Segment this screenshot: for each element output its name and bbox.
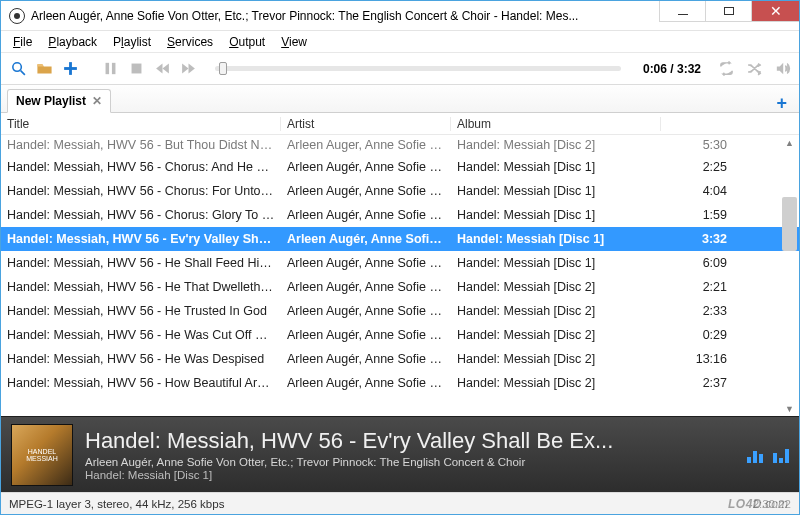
svg-marker-10: [188, 64, 194, 74]
open-folder-icon[interactable]: [35, 60, 53, 78]
menu-view[interactable]: View: [273, 33, 315, 51]
track-artist: Arleen Augér, Anne Sofie Von...: [281, 304, 451, 318]
window-maximize-button[interactable]: [705, 1, 751, 22]
track-artist: Arleen Augér, Anne Sofie Von...: [281, 184, 451, 198]
track-time: 4:04: [661, 184, 733, 198]
previous-track-icon[interactable]: [153, 60, 171, 78]
track-title: Handel: Messiah, HWV 56 - He Was Despise…: [1, 352, 281, 366]
track-time: 13:16: [661, 352, 733, 366]
svg-rect-5: [111, 63, 115, 74]
volume-icon[interactable]: [773, 60, 791, 78]
add-icon[interactable]: [61, 60, 79, 78]
track-album: Handel: Messiah [Disc 2]: [451, 328, 661, 342]
menu-view-label: View: [281, 35, 307, 49]
playback-time: 0:06 / 3:32: [643, 62, 701, 76]
app-icon: [9, 8, 25, 24]
scroll-down-icon[interactable]: ▼: [782, 401, 797, 416]
menu-services[interactable]: Services: [159, 33, 221, 51]
table-row[interactable]: Handel: Messiah, HWV 56 - Chorus: Glory …: [1, 203, 799, 227]
repeat-icon[interactable]: [717, 60, 735, 78]
menu-playback[interactable]: Playback: [40, 33, 105, 51]
track-title: Handel: Messiah, HWV 56 - He That Dwelle…: [1, 280, 281, 294]
track-title: Handel: Messiah, HWV 56 - He Trusted In …: [1, 304, 281, 318]
track-time: 3:32: [661, 232, 733, 246]
table-row[interactable]: Handel: Messiah, HWV 56 - He Shall Feed …: [1, 251, 799, 275]
playlist-tab[interactable]: New Playlist ✕: [7, 89, 111, 113]
column-album[interactable]: Album: [451, 117, 661, 131]
track-artist: Arleen Auger, Anne Sofie Von...: [281, 138, 451, 152]
table-row[interactable]: Handel: Messiah, HWV 56 - Chorus: And He…: [1, 155, 799, 179]
codec-info: MPEG-1 layer 3, stereo, 44 kHz, 256 kbps: [9, 498, 224, 510]
track-list[interactable]: Handel: Messiah, HWV 56 - But Thou Didst…: [1, 135, 799, 416]
track-album: Handel: Messiah [Disc 1]: [451, 256, 661, 270]
next-track-icon[interactable]: [179, 60, 197, 78]
track-artist: Arleen Augér, Anne Sofie Von...: [281, 160, 451, 174]
column-artist[interactable]: Artist: [281, 117, 451, 131]
menu-output-label: Output: [229, 35, 265, 49]
menu-services-label: Services: [167, 35, 213, 49]
watermark: LO4D.com: [728, 497, 788, 511]
table-row[interactable]: Handel: Messiah, HWV 56 - Ev'ry Valley S…: [1, 227, 799, 251]
status-bar: MPEG-1 layer 3, stereo, 44 kHz, 256 kbps…: [1, 492, 799, 514]
svg-marker-9: [182, 64, 188, 74]
track-album: Handel: Messiah [Disc 2]: [451, 376, 661, 390]
equalizer-icon[interactable]: [773, 447, 789, 463]
track-time: 6:09: [661, 256, 733, 270]
table-row[interactable]: Handel: Messiah, HWV 56 - He Trusted In …: [1, 299, 799, 323]
menu-file[interactable]: File: [5, 33, 40, 51]
svg-marker-8: [162, 64, 168, 74]
track-album: Handel: Messiah [Disc 2]: [451, 352, 661, 366]
svg-rect-3: [64, 67, 77, 70]
track-title: Handel: Messiah, HWV 56 - He Shall Feed …: [1, 256, 281, 270]
stop-icon[interactable]: [127, 60, 145, 78]
track-artist: Arleen Augér, Anne Sofie Von...: [281, 280, 451, 294]
seek-knob[interactable]: [219, 62, 227, 75]
track-album: Handel: Messiah [Disc 2]: [451, 304, 661, 318]
window-minimize-button[interactable]: [659, 1, 705, 22]
window-close-button[interactable]: ✕: [751, 1, 799, 22]
table-row[interactable]: Handel: Messiah, HWV 56 - He That Dwelle…: [1, 275, 799, 299]
window-title: Arleen Augér, Anne Sofie Von Otter, Etc.…: [31, 9, 659, 23]
shuffle-icon[interactable]: [745, 60, 763, 78]
svg-marker-7: [156, 64, 162, 74]
table-row[interactable]: Handel: Messiah, HWV 56 - Chorus: For Un…: [1, 179, 799, 203]
table-row[interactable]: Handel: Messiah, HWV 56 - He Was Despise…: [1, 347, 799, 371]
album-art[interactable]: HANDEL MESSIAH: [11, 424, 73, 486]
track-time: 2:33: [661, 304, 733, 318]
track-time: 2:21: [661, 280, 733, 294]
scroll-up-icon[interactable]: ▲: [782, 135, 797, 150]
search-icon[interactable]: [9, 60, 27, 78]
visualizer-icon[interactable]: [747, 447, 763, 463]
add-playlist-tab-button[interactable]: +: [770, 94, 793, 112]
track-time: 2:25: [661, 160, 733, 174]
now-playing-album: Handel: Messiah [Disc 1]: [85, 469, 735, 481]
track-artist: Arleen Augér, Anne Sofie Von...: [281, 352, 451, 366]
menu-playlist-label: Playlist: [113, 35, 151, 49]
column-headers: Title Artist Album: [1, 113, 799, 135]
track-artist: Arleen Augér, Anne Sofie Von...: [281, 256, 451, 270]
table-row[interactable]: Handel: Messiah, HWV 56 - But Thou Didst…: [1, 135, 799, 155]
table-row[interactable]: Handel: Messiah, HWV 56 - How Beautiful …: [1, 371, 799, 395]
playlist-tab-label: New Playlist: [16, 94, 86, 108]
table-row[interactable]: Handel: Messiah, HWV 56 - He Was Cut Off…: [1, 323, 799, 347]
menu-playlist[interactable]: Playlist: [105, 33, 159, 51]
track-album: Handel: Messiah [Disc 1]: [451, 208, 661, 222]
menu-playback-label: Playback: [48, 35, 97, 49]
menu-bar: File Playback Playlist Services Output V…: [1, 31, 799, 53]
track-artist: Arleen Augér, Anne Sofie V...: [281, 232, 451, 246]
svg-rect-4: [105, 63, 109, 74]
toolbar: 0:06 / 3:32: [1, 53, 799, 85]
column-title[interactable]: Title: [1, 117, 281, 131]
scroll-thumb[interactable]: [782, 197, 797, 251]
playlist-tab-bar: New Playlist ✕ +: [1, 85, 799, 113]
close-tab-icon[interactable]: ✕: [92, 94, 102, 108]
track-time: 1:59: [661, 208, 733, 222]
svg-rect-6: [131, 64, 141, 74]
seek-slider[interactable]: [215, 66, 621, 71]
menu-output[interactable]: Output: [221, 33, 273, 51]
track-title: Handel: Messiah, HWV 56 - Chorus: And He…: [1, 160, 281, 174]
scrollbar[interactable]: ▲ ▼: [782, 135, 797, 416]
window-titlebar[interactable]: Arleen Augér, Anne Sofie Von Otter, Etc.…: [1, 1, 799, 31]
track-artist: Arleen Augér, Anne Sofie Von...: [281, 328, 451, 342]
pause-icon[interactable]: [101, 60, 119, 78]
